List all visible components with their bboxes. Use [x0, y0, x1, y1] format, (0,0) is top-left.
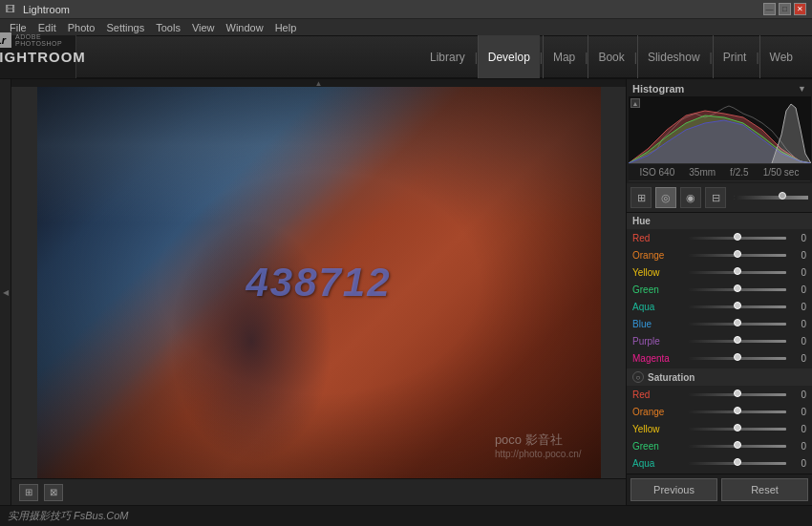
module-item-develop[interactable]: Develop — [478, 35, 540, 78]
saturation-toggle[interactable]: ○ — [632, 371, 644, 383]
module-item-library[interactable]: Library — [420, 35, 475, 78]
photo-container: 438712 poco 影音社 http://photo.poco.cn/ — [11, 87, 626, 478]
row-slider-green[interactable] — [688, 445, 786, 448]
histogram-toggle[interactable]: ▼ — [798, 84, 806, 94]
title-text: Lightroom — [23, 4, 70, 15]
poco-text: poco 影音社 — [495, 431, 582, 449]
slider-thumb-magenta — [734, 353, 741, 361]
slider-thumb-red — [734, 389, 741, 397]
title-controls: — □ ✕ — [763, 3, 806, 15]
menu-item-view[interactable]: View — [186, 19, 221, 35]
row-slider-aqua[interactable] — [688, 305, 786, 308]
row-value-blue: 0 — [789, 319, 806, 329]
hsl-row-hue-rows-4: Aqua0 — [627, 298, 812, 315]
hsl-row-sat-rows-1: Orange0 — [627, 403, 812, 420]
hsl-row-hue-rows-6: Purple0 — [627, 332, 812, 349]
focal-length: 35mm — [689, 167, 716, 178]
shutter-speed: 1/50 sec — [763, 167, 800, 178]
main-area: ◀ ▲ 438712 poco 影音社 http://photo.poco.cn… — [0, 79, 812, 505]
hsl-row-hue-rows-2: Yellow0 — [627, 263, 812, 281]
row-label-orange: Orange — [632, 250, 685, 261]
slider-thumb-green — [734, 284, 741, 292]
center-panel: ▲ 438712 poco 影音社 http://photo.poco.cn/ … — [11, 79, 626, 505]
row-label-yellow: Yellow — [632, 267, 685, 278]
histogram-section: Histogram ▼ ▲ ISO 64 — [627, 79, 812, 183]
menu-item-settings[interactable]: Settings — [100, 19, 150, 35]
left-panel-arrow[interactable]: ◀ — [3, 288, 9, 297]
hsl-section-header[interactable]: Hue — [627, 213, 812, 229]
module-item-map[interactable]: Map — [543, 35, 585, 78]
menu-item-tools[interactable]: Tools — [150, 19, 186, 35]
module-item-web[interactable]: Web — [759, 35, 802, 78]
previous-button[interactable]: Previous — [630, 478, 717, 501]
lr-badge: Lr — [0, 32, 11, 48]
app-icon: 🎞 — [6, 4, 15, 14]
close-button[interactable]: ✕ — [794, 3, 806, 15]
hsl-row-hue-rows-1: Orange0 — [627, 246, 812, 263]
row-value-red: 0 — [789, 233, 806, 243]
module-item-print[interactable]: Print — [713, 35, 757, 78]
row-value-orange: 0 — [789, 407, 806, 417]
row-label-yellow: Yellow — [632, 424, 685, 434]
row-label-green: Green — [632, 441, 685, 452]
slider-thumb-orange — [734, 250, 741, 258]
restore-button[interactable]: □ — [779, 3, 791, 15]
minimize-button[interactable]: — — [763, 3, 776, 15]
radio-tool-btn[interactable]: ◉ — [680, 187, 701, 208]
row-slider-purple[interactable] — [688, 340, 786, 343]
row-slider-blue[interactable] — [688, 323, 786, 326]
menu-item-help[interactable]: Help — [269, 19, 303, 35]
hsl-row-sat-rows-2: Yellow0 — [627, 420, 812, 437]
row-slider-orange[interactable] — [688, 410, 786, 413]
row-slider-magenta[interactable] — [688, 357, 786, 360]
lr-logo: Lr ADOBE PHOTOSHOP LIGHTROOM 4 — [0, 35, 76, 78]
row-value-magenta: 0 — [789, 353, 806, 364]
histogram-svg — [629, 96, 811, 163]
logo-subtitle: ADOBE PHOTOSHOP — [15, 33, 86, 47]
module-item-book[interactable]: Book — [588, 35, 633, 78]
row-slider-red[interactable] — [688, 237, 786, 240]
row-slider-green[interactable] — [688, 288, 786, 291]
row-value-green: 0 — [789, 284, 806, 295]
photo-watermark: 438712 — [246, 260, 391, 305]
menu-item-window[interactable]: Window — [221, 19, 269, 35]
sat-rows: Red0Orange0Yellow0Green0Aqua0Blue-1Purpl… — [627, 386, 812, 473]
saturation-label: Saturation — [648, 372, 694, 383]
slider-thumb-orange — [734, 407, 741, 414]
row-slider-yellow[interactable] — [688, 271, 786, 274]
view-mode-btn[interactable]: ⊞ — [19, 484, 38, 501]
histogram-label: Histogram — [632, 83, 684, 95]
row-label-aqua: Aqua — [632, 302, 685, 312]
module-picker: Library|Develop|Map|Book|Slideshow|Print… — [76, 35, 812, 78]
row-label-red: Red — [632, 233, 685, 243]
row-value-yellow: 0 — [789, 424, 806, 434]
hsl-row-hue-rows-7: Magenta0 — [627, 349, 812, 367]
row-slider-yellow[interactable] — [688, 428, 786, 431]
bottom-bar: 实用摄影技巧 FsBus.CoM — [0, 505, 812, 526]
poco-url: http://photo.poco.cn/ — [495, 449, 582, 459]
reset-button[interactable]: Reset — [721, 478, 808, 501]
histogram-top-arrow[interactable]: ▲ — [630, 98, 640, 108]
minus-tool-btn[interactable]: ⊟ — [705, 187, 726, 208]
panels-area[interactable]: Hue Red0Orange0Yellow0Green0Aqua0Blue0Pu… — [627, 213, 812, 473]
loupe-btn[interactable]: ⊠ — [44, 484, 63, 501]
aperture: f/2.5 — [730, 167, 748, 178]
camera-info: ISO 640 35mm f/2.5 1/50 sec — [629, 163, 810, 181]
row-slider-aqua[interactable] — [688, 462, 786, 465]
row-label-purple: Purple — [632, 336, 685, 347]
slider-thumb-aqua — [734, 302, 741, 309]
logo-title: LIGHTROOM 4 — [0, 49, 86, 81]
row-value-purple: 0 — [789, 336, 806, 347]
saturation-section-header[interactable]: ○ Saturation — [627, 368, 812, 386]
row-value-aqua: 0 — [789, 302, 806, 312]
tool-slider[interactable] — [734, 196, 808, 200]
slider-thumb-purple — [734, 336, 741, 344]
grid-tool-btn[interactable]: ⊞ — [630, 187, 652, 208]
circle-tool-btn[interactable]: ◎ — [655, 187, 676, 208]
module-item-slideshow[interactable]: Slideshow — [637, 35, 710, 78]
slider-thumb-green — [734, 441, 741, 449]
slider-thumb-aqua — [734, 458, 741, 466]
row-slider-red[interactable] — [688, 393, 786, 396]
row-slider-orange[interactable] — [688, 254, 786, 257]
lr-logo-inner: Lr ADOBE PHOTOSHOP LIGHTROOM 4 — [0, 32, 86, 81]
